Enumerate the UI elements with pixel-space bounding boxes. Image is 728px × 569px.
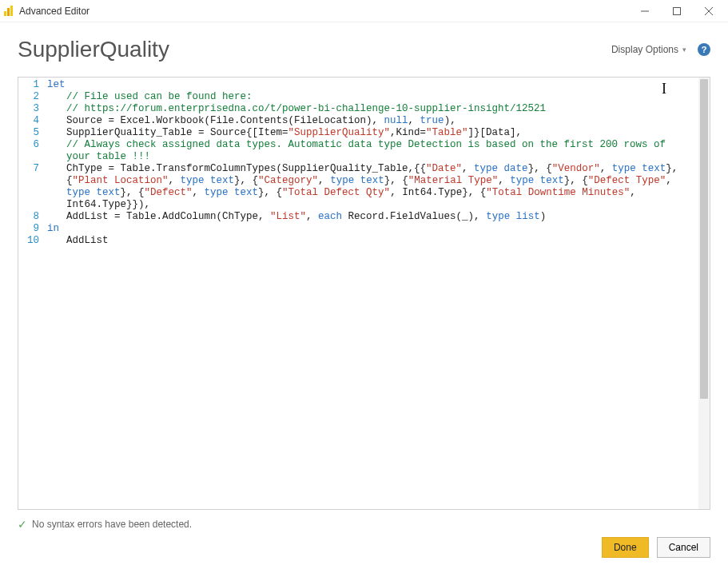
code-line: 6 // Always check assigned data types. A… <box>18 139 698 163</box>
help-glyph: ? <box>702 45 707 54</box>
line-number: 8 <box>18 211 47 223</box>
line-number: 9 <box>18 223 47 235</box>
line-number: 10 <box>18 235 47 247</box>
code-editor[interactable]: I 1 let 2 // File used can be found here… <box>18 77 710 510</box>
code-line: 3 // https://forum.enterprisedna.co/t/po… <box>18 103 698 115</box>
svg-rect-4 <box>674 7 681 14</box>
svg-rect-1 <box>7 8 10 16</box>
svg-rect-2 <box>10 6 13 16</box>
line-number: 1 <box>18 79 47 91</box>
window-close-button[interactable] <box>693 0 725 22</box>
footer: Done Cancel <box>602 537 710 558</box>
scrollbar-track[interactable] <box>698 78 710 509</box>
query-name: SupplierQuality <box>18 37 169 62</box>
status-message: No syntax errors have been detected. <box>32 519 192 530</box>
display-options-label: Display Options <box>611 44 678 55</box>
line-number: 5 <box>18 127 47 139</box>
line-number: 7 <box>18 163 47 175</box>
code-line: 10 AddList <box>18 235 698 247</box>
code-line: 5 SupplierQuality_Table = Source{[Item="… <box>18 127 698 139</box>
header: SupplierQuality Display Options ▾ ? <box>0 22 728 70</box>
cancel-label: Cancel <box>669 542 698 553</box>
text-cursor-icon: I <box>662 81 666 97</box>
line-number: 4 <box>18 115 47 127</box>
line-number: 3 <box>18 103 47 115</box>
titlebar: Advanced Editor <box>0 0 728 22</box>
check-icon: ✓ <box>18 518 27 531</box>
code-line: 9 in <box>18 223 698 235</box>
status-bar: ✓ No syntax errors have been detected. <box>18 518 192 531</box>
cancel-button[interactable]: Cancel <box>657 537 710 558</box>
done-label: Done <box>614 542 637 553</box>
done-button[interactable]: Done <box>602 537 649 558</box>
code-line: 7 ChType = Table.TransformColumnTypes(Su… <box>18 163 698 211</box>
code-line: 4 Source = Excel.Workbook(File.Contents(… <box>18 115 698 127</box>
window-minimize-button[interactable] <box>629 0 661 22</box>
svg-rect-0 <box>4 11 6 16</box>
code-line: 8 AddList = Table.AddColumn(ChType, "Lis… <box>18 211 698 223</box>
chevron-down-icon: ▾ <box>682 46 686 54</box>
line-number: 6 <box>18 139 47 151</box>
code-area[interactable]: 1 let 2 // File used can be found here: … <box>18 78 698 249</box>
app-icon <box>3 6 14 17</box>
window-maximize-button[interactable] <box>661 0 693 22</box>
scrollbar-thumb[interactable] <box>700 79 708 399</box>
code-line: 2 // File used can be found here: <box>18 91 698 103</box>
line-number: 2 <box>18 91 47 103</box>
help-icon[interactable]: ? <box>698 43 710 56</box>
display-options-dropdown[interactable]: Display Options ▾ <box>611 44 686 55</box>
window-title: Advanced Editor <box>19 6 90 17</box>
code-line: 1 let <box>18 79 698 91</box>
